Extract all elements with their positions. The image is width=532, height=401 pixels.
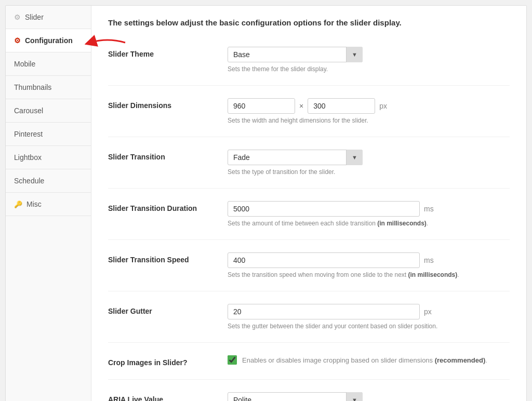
sidebar-item-slider[interactable]: ⚙ Slider bbox=[6, 6, 91, 29]
slider-gutter-row: Slider Gutter px Sets the gutter between… bbox=[108, 304, 510, 343]
sidebar-item-schedule[interactable]: Schedule bbox=[6, 169, 91, 193]
page-description: The settings below adjust the basic conf… bbox=[108, 18, 510, 32]
sidebar-item-label: Pinterest bbox=[14, 130, 43, 138]
sidebar-item-label: Mobile bbox=[14, 60, 35, 68]
sidebar-item-label: Lightbox bbox=[14, 153, 42, 162]
slider-theme-control: Base Dark Light ▼ Sets the theme for the… bbox=[228, 47, 510, 73]
main-content: The settings below adjust the basic conf… bbox=[91, 6, 526, 401]
transition-speed-unit: ms bbox=[424, 256, 434, 264]
transition-duration-help: Sets the amount of time between each sli… bbox=[228, 220, 510, 227]
gutter-unit: px bbox=[424, 308, 432, 316]
slider-dimensions-control: × px Sets the width and height dimension… bbox=[228, 98, 510, 124]
slider-transition-row: Slider Transition Fade Slide None ▼ Sets… bbox=[108, 150, 510, 189]
dimensions-unit: px bbox=[379, 102, 387, 110]
slider-gutter-control: px Sets the gutter between the slider an… bbox=[228, 304, 510, 330]
transition-duration-input[interactable] bbox=[228, 201, 420, 217]
aria-live-dropdown-wrap: Polite Assertive Off ▼ bbox=[228, 392, 363, 401]
aria-live-select[interactable]: Polite Assertive Off bbox=[228, 392, 363, 401]
slider-transition-duration-label: Slider Transition Duration bbox=[108, 201, 228, 212]
slider-transition-duration-row: Slider Transition Duration ms Sets the a… bbox=[108, 201, 510, 240]
sidebar: ⚙ Slider ⚙ Configuration Mobile Thumbnai… bbox=[6, 6, 91, 401]
transition-duration-unit: ms bbox=[424, 205, 434, 213]
crop-images-help: Enables or disables image cropping based… bbox=[242, 356, 487, 364]
crop-images-control: Enables or disables image cropping based… bbox=[228, 355, 510, 365]
sidebar-item-label: Slider bbox=[25, 13, 44, 21]
transition-speed-input[interactable] bbox=[228, 252, 420, 268]
slider-theme-help: Sets the theme for the slider display. bbox=[228, 65, 510, 73]
crop-images-checkbox[interactable] bbox=[228, 355, 237, 365]
slider-transition-help: Sets the type of transition for the slid… bbox=[228, 168, 510, 176]
crop-images-checkbox-row: Enables or disables image cropping based… bbox=[228, 355, 510, 365]
sidebar-item-label: Configuration bbox=[25, 36, 73, 45]
sidebar-item-misc[interactable]: 🔑 Misc bbox=[6, 193, 91, 216]
transition-duration-input-row: ms bbox=[228, 201, 510, 217]
dimensions-inputs: × px bbox=[228, 98, 510, 114]
transition-speed-input-row: ms bbox=[228, 252, 510, 268]
sidebar-item-lightbox[interactable]: Lightbox bbox=[6, 146, 91, 169]
slider-dimensions-row: Slider Dimensions × px Sets the width an… bbox=[108, 98, 510, 137]
slider-width-input[interactable] bbox=[228, 98, 295, 114]
transition-speed-help: Sets the transition speed when moving fr… bbox=[228, 271, 510, 278]
sidebar-item-thumbnails[interactable]: Thumbnails bbox=[6, 76, 91, 99]
sidebar-item-pinterest[interactable]: Pinterest bbox=[6, 123, 91, 146]
sidebar-item-mobile[interactable]: Mobile bbox=[6, 52, 91, 76]
slider-gutter-label: Slider Gutter bbox=[108, 304, 228, 315]
slider-transition-speed-control: ms Sets the transition speed when moving… bbox=[228, 252, 510, 278]
slider-transition-duration-control: ms Sets the amount of time between each … bbox=[228, 201, 510, 227]
sidebar-item-carousel[interactable]: Carousel bbox=[6, 99, 91, 123]
sidebar-item-label: Thumbnails bbox=[14, 83, 51, 91]
slider-transition-label: Slider Transition bbox=[108, 150, 228, 161]
slider-theme-row: Slider Theme Base Dark Light ▼ Sets the … bbox=[108, 47, 510, 86]
slider-transition-speed-row: Slider Transition Speed ms Sets the tran… bbox=[108, 252, 510, 291]
slider-dimensions-label: Slider Dimensions bbox=[108, 98, 228, 110]
aria-live-label: ARIA Live Value bbox=[108, 392, 228, 401]
slider-transition-speed-label: Slider Transition Speed bbox=[108, 252, 228, 264]
sidebar-item-label: Schedule bbox=[14, 177, 44, 185]
slider-gutter-input[interactable] bbox=[228, 304, 420, 319]
slider-gutter-help: Sets the gutter between the slider and y… bbox=[228, 323, 510, 330]
gear-icon-red: ⚙ bbox=[14, 36, 21, 45]
crop-images-label: Crop Images in Slider? bbox=[108, 355, 228, 367]
crop-images-row: Crop Images in Slider? Enables or disabl… bbox=[108, 355, 510, 380]
gear-icon: ⚙ bbox=[14, 13, 21, 21]
slider-transition-dropdown-wrap: Fade Slide None ▼ bbox=[228, 150, 363, 165]
sidebar-item-label: Carousel bbox=[14, 106, 43, 115]
slider-height-input[interactable] bbox=[308, 98, 375, 114]
slider-theme-dropdown-wrap: Base Dark Light ▼ bbox=[228, 47, 363, 62]
slider-theme-select[interactable]: Base Dark Light bbox=[228, 47, 363, 62]
arrow-annotation bbox=[86, 33, 128, 52]
sidebar-item-configuration[interactable]: ⚙ Configuration bbox=[6, 29, 91, 52]
wrench-icon: 🔑 bbox=[14, 200, 22, 208]
gutter-input-row: px bbox=[228, 304, 510, 319]
dimensions-separator: × bbox=[299, 102, 303, 110]
slider-dimensions-help: Sets the width and height dimensions for… bbox=[228, 117, 510, 124]
slider-transition-select[interactable]: Fade Slide None bbox=[228, 150, 363, 165]
aria-live-row: ARIA Live Value Polite Assertive Off ▼ bbox=[108, 392, 510, 401]
sidebar-item-label: Misc bbox=[26, 200, 42, 208]
slider-transition-control: Fade Slide None ▼ Sets the type of trans… bbox=[228, 150, 510, 176]
aria-live-control: Polite Assertive Off ▼ bbox=[228, 392, 510, 401]
